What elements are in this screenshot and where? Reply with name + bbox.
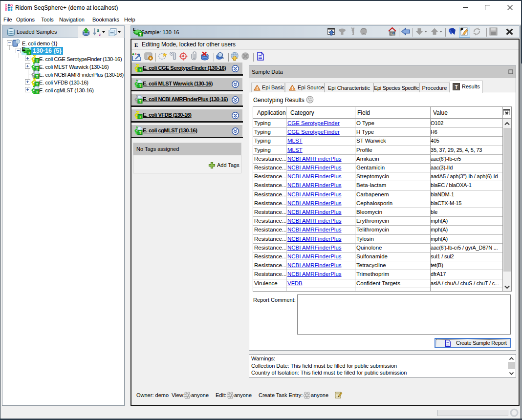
svg-text:A: A <box>132 52 134 56</box>
svg-text:E: E <box>134 42 138 47</box>
svg-text:T: T <box>28 51 30 55</box>
svg-text:T: T <box>455 84 457 90</box>
svg-text:z: z <box>99 32 101 37</box>
svg-text:E: E <box>460 27 463 32</box>
